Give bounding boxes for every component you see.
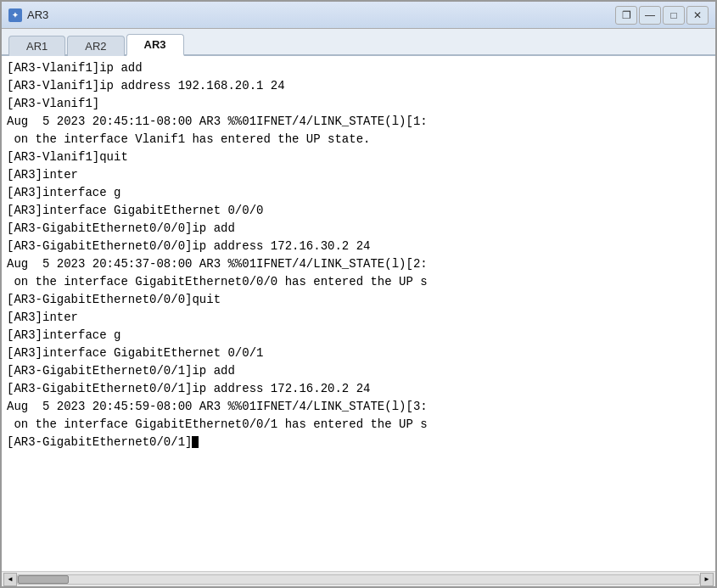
scrollbar-h-thumb[interactable] xyxy=(18,575,69,584)
tab-ar3[interactable]: AR3 xyxy=(126,34,184,56)
terminal-content[interactable]: [AR3-Vlanif1]ip add [AR3-Vlanif1]ip addr… xyxy=(2,56,715,571)
terminal-cursor xyxy=(192,436,199,448)
minimize-button[interactable]: — xyxy=(639,6,661,25)
scrollbar-h-track xyxy=(17,574,700,585)
maximize-button[interactable]: □ xyxy=(663,6,685,25)
close-button[interactable]: ✕ xyxy=(686,6,709,25)
main-window: ✦ AR3 ❐ — □ ✕ AR1 AR2 AR3 [AR3-Vlanif1]i… xyxy=(0,0,717,588)
window-title: AR3 xyxy=(27,8,615,21)
tab-ar1[interactable]: AR1 xyxy=(8,36,65,56)
scroll-left-button[interactable]: ◄ xyxy=(3,573,17,586)
terminal-area: [AR3-Vlanif1]ip add [AR3-Vlanif1]ip addr… xyxy=(2,56,715,586)
app-icon: ✦ xyxy=(8,8,22,22)
tab-ar2[interactable]: AR2 xyxy=(67,36,124,56)
window-controls: ❐ — □ ✕ xyxy=(615,6,709,25)
tabs-bar: AR1 AR2 AR3 xyxy=(2,29,715,56)
horizontal-scrollbar[interactable]: ◄ ► xyxy=(2,571,715,586)
title-bar: ✦ AR3 ❐ — □ ✕ xyxy=(2,2,715,29)
scroll-right-button[interactable]: ► xyxy=(700,573,714,586)
restore-button[interactable]: ❐ xyxy=(615,6,637,25)
